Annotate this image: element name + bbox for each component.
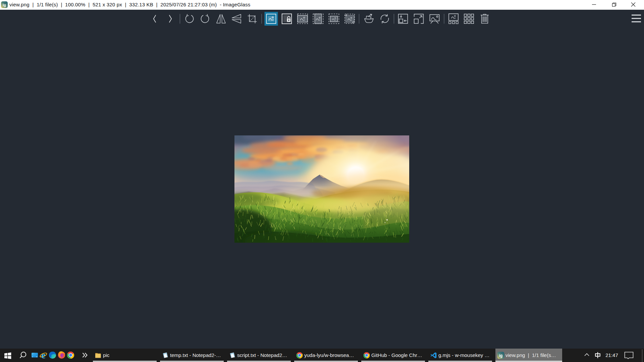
svg-text:Ig: Ig <box>3 3 6 7</box>
